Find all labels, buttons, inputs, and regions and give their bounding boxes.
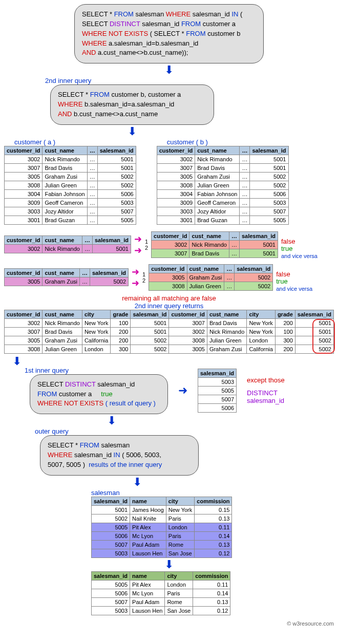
col-header: cust_name bbox=[43, 269, 80, 277]
remaining-false-label: remaining all matching are false bbox=[122, 294, 216, 302]
table-row: 5005 bbox=[198, 386, 237, 395]
col-header: salesman_id bbox=[239, 231, 278, 240]
customer-a-table: customer_idcust_name…salesman_id3002Nick… bbox=[4, 146, 136, 225]
row-index: 1 bbox=[142, 271, 145, 277]
sql-text: b.salesman_id=a.salesman_id bbox=[82, 100, 174, 108]
table-row: 3007Brad Davis…5001 bbox=[152, 249, 278, 257]
second-inner-result-table: customer_idcust_namecitygradesalesman_id… bbox=[4, 310, 334, 354]
table-row: 3008Julian Green…5002 bbox=[157, 181, 288, 189]
col-header: commission bbox=[193, 571, 230, 580]
table-row: 3008Julian Green…5002 bbox=[149, 282, 273, 290]
col-header: cust_name bbox=[189, 231, 229, 240]
distinct-sid-table: salesman_id5003500550075006 bbox=[198, 369, 237, 413]
col-header: city bbox=[247, 310, 276, 318]
col-header: … bbox=[87, 146, 97, 155]
arrow-down-icon: ⬇ bbox=[40, 478, 235, 487]
table-row: 3005Graham Zusi…5002 bbox=[5, 172, 136, 181]
table-row: 3005Graham Zusi…5002 bbox=[149, 273, 273, 282]
table-row: 5003 bbox=[198, 377, 237, 386]
table-row: 5005Pit AlexLondon0.11 bbox=[92, 523, 232, 531]
salesman-table: salesman_idnamecitycommission5001James H… bbox=[91, 497, 232, 558]
customer-b-table: customer_idcust_name…salesman_id3002Nick… bbox=[157, 146, 289, 225]
sql-text: SELECT bbox=[82, 20, 110, 28]
arrow-right-icon: ➜ bbox=[132, 277, 139, 289]
table-row: 3007Brad Davis…5001 bbox=[5, 163, 136, 172]
sql-text: salesman_id bbox=[72, 451, 113, 459]
sql-text: SELECT * bbox=[58, 91, 90, 98]
kw-from: FROM bbox=[90, 91, 110, 98]
distinct-label: DISTINCT bbox=[247, 389, 285, 397]
kw-where-not-exists: WHERE NOT EXISTS bbox=[82, 30, 148, 37]
kw-and: AND bbox=[82, 49, 96, 56]
table-row: 3003Jozy Altidor…5007 bbox=[157, 207, 288, 216]
table-row: 3002Nick Rimando…5001 bbox=[5, 245, 131, 253]
col-header: cust_name bbox=[207, 310, 246, 318]
mini-a1-table: customer_idcust_name…salesman_id3002Nick… bbox=[4, 235, 131, 253]
mini-a2-table: customer_idcust_name…salesman_id3005Grah… bbox=[4, 268, 129, 286]
arrow-right-icon: ➜ bbox=[134, 245, 142, 256]
sql-text: salesman_id bbox=[140, 20, 181, 28]
sql-text: customer a bbox=[57, 390, 92, 398]
salesman-label: salesman bbox=[91, 489, 334, 497]
kw-where-not-exists: WHERE NOT EXISTS bbox=[37, 399, 103, 407]
col-header: salesman_id bbox=[235, 264, 273, 273]
true-label: true bbox=[276, 278, 312, 285]
table-row: 5006Mc LyonParis0.14 bbox=[92, 589, 230, 597]
sql-text: customer a bbox=[201, 20, 236, 28]
arrow-right-icon: ➜ bbox=[178, 384, 187, 397]
sql-text: salesman_id bbox=[96, 380, 135, 388]
col-header: commission bbox=[195, 497, 232, 505]
table-row: 3002Nick Rimando…5001 bbox=[5, 155, 136, 163]
col-header: … bbox=[224, 264, 235, 273]
col-header: name bbox=[130, 571, 165, 580]
col-header: grade bbox=[111, 310, 131, 318]
mini-b1-table: customer_idcust_name…salesman_id3002Nick… bbox=[151, 231, 278, 258]
vice-versa-label: and vice versa bbox=[281, 252, 318, 260]
footer-credit: © w3resource.com bbox=[4, 620, 334, 627]
col-header: customer_id bbox=[157, 146, 195, 155]
col-header: cust_name bbox=[43, 146, 87, 155]
col-header: salesman_id bbox=[92, 236, 131, 245]
col-header: city bbox=[166, 497, 194, 505]
sql-text: SELECT * bbox=[82, 10, 114, 18]
table-row: 5006 bbox=[198, 403, 237, 412]
false-label: false bbox=[276, 271, 312, 278]
kw-where: WHERE bbox=[166, 10, 191, 18]
table-row: 3009Geoff Cameron…5003 bbox=[157, 198, 288, 207]
col-header: customer_id bbox=[169, 310, 207, 318]
col-header: cust_name bbox=[195, 146, 240, 155]
row-index: 1 bbox=[145, 239, 148, 245]
sql-text: ( bbox=[238, 10, 242, 18]
col-header: salesman_id bbox=[131, 310, 169, 318]
table-row: 3001Brad Guzan…5005 bbox=[5, 216, 136, 224]
table-row: 3004Fabian Johnson…5006 bbox=[5, 189, 136, 198]
second-inner-label: 2nd inner query bbox=[45, 77, 334, 84]
arrow-right-icon: ➜ bbox=[132, 266, 139, 277]
table-row: 3003Jozy Altidor…5007 bbox=[5, 207, 136, 216]
table-row: 5007 bbox=[198, 395, 237, 403]
results-inner-label: results of the inner query bbox=[89, 461, 162, 468]
sql-text: salesman bbox=[134, 10, 166, 18]
col-header: cust_name bbox=[43, 310, 82, 318]
arrow-right-icon: ➜ bbox=[134, 233, 142, 245]
sql-text: salesman_id bbox=[191, 10, 231, 18]
first-inner-label: 1st inner query bbox=[25, 367, 168, 374]
col-header: customer_id bbox=[5, 269, 43, 277]
kw-in: IN bbox=[114, 451, 120, 459]
sql-text: SELECT bbox=[37, 380, 65, 388]
kw-where: WHERE bbox=[58, 100, 82, 108]
table-row: 5006Mc LyonParis0.14 bbox=[92, 531, 232, 540]
sql-text: customer b, customer a bbox=[110, 91, 181, 98]
col-header: customer_id bbox=[5, 236, 43, 245]
table-row: 5005Pit AlexLondon0.11 bbox=[92, 580, 230, 589]
table-row: 3009Geoff Cameron…5003 bbox=[5, 198, 136, 207]
kw-from: FROM bbox=[80, 441, 99, 449]
table-row: 3005Graham Zusi…5002 bbox=[157, 172, 288, 181]
table-row: 3002Nick RimandoNew York10050013007Brad … bbox=[5, 318, 334, 327]
sql-text: a.salesman_id=b.salesman_id bbox=[107, 39, 198, 47]
sql-text: b.cust_name<>a.cust_name bbox=[72, 110, 158, 118]
arrow-down-icon: ⬇ bbox=[12, 355, 22, 368]
col-header: … bbox=[80, 269, 90, 277]
outer-full-query-bubble: SELECT * FROM salesman WHERE salesman_id… bbox=[74, 4, 264, 63]
col-header: salesman_id bbox=[97, 146, 136, 155]
